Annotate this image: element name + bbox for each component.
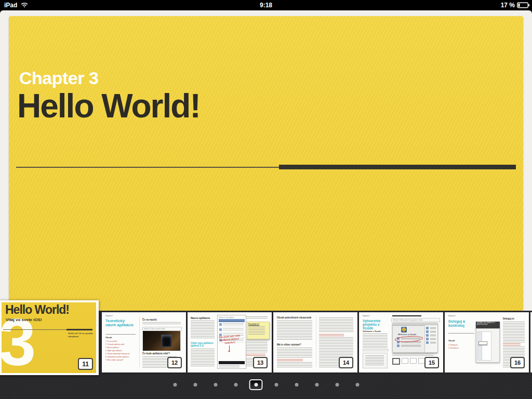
link-skeleton xyxy=(319,334,344,336)
status-right: 17 % xyxy=(501,2,530,9)
page-number-badge: 16 xyxy=(510,357,525,368)
obsah-label: Obsah xyxy=(105,336,112,339)
text-skeleton xyxy=(503,322,525,342)
shot-caption: Galéria 3.1 Typ aplikácií xyxy=(219,316,245,318)
book-reader: Chapter 3 Hello World! Kapitola 3 Teoret… xyxy=(0,10,532,399)
section-heading: Čo bude aplikácia robiť? xyxy=(142,352,170,355)
page-dot[interactable] xyxy=(330,379,344,390)
figure-caption: Obrázok 3.2 Ako vytvoriť nový projekt v … xyxy=(391,318,440,322)
sidebar-row xyxy=(426,330,436,333)
sub-heading: Začíname s Xcode xyxy=(363,330,381,332)
page-number-badge: 11 xyxy=(78,358,93,370)
screenshot-row xyxy=(219,327,245,332)
page-dot[interactable] xyxy=(290,379,303,390)
page-dot[interactable] xyxy=(310,379,324,390)
screenshot-row xyxy=(219,322,245,327)
text-skeleton xyxy=(248,326,265,335)
sidebar-row xyxy=(426,334,436,337)
text-skeleton xyxy=(277,348,312,358)
thumbnail-page-13[interactable]: Názov aplikácie Výber typu aplikácie (ga… xyxy=(188,312,272,373)
sub-heading: Výber typu aplikácie (galéria 3.1) xyxy=(191,342,214,347)
page-dot[interactable] xyxy=(270,379,283,390)
pager-dots xyxy=(168,379,364,390)
toc-item: 7. Má to vôbec význam? xyxy=(105,358,137,362)
section-heading: Obsah jednotlivých obrazoviek xyxy=(277,316,311,319)
link-skeleton xyxy=(277,359,303,361)
text-skeleton xyxy=(277,321,312,340)
ipad-screen: iPad 9:18 17 % Chapter 3 Hello World! xyxy=(0,0,532,399)
preview-subtitle: Vitaj vo svete iOS! xyxy=(6,317,42,322)
text-skeleton xyxy=(246,339,268,353)
text-skeleton xyxy=(191,321,215,339)
mini-figure xyxy=(363,353,388,368)
chapter-title: Hello World! xyxy=(17,87,200,125)
battery-percent: 17 % xyxy=(501,2,515,9)
welcome-title: Welcome to Xcode xyxy=(398,333,417,336)
section-heading: Názov aplikácie xyxy=(191,316,210,320)
thumbnail-page-16[interactable]: Kapitola 3 Deleguj a kontroluj Obsah 1. … xyxy=(445,312,529,373)
page-number-badge: 13 xyxy=(253,357,268,368)
section-heading: Deleguj to xyxy=(503,317,514,320)
current-page-inner: 3 Hello World! Vitaj vo svete iOS! Tešíš… xyxy=(2,302,96,373)
preview-title: Hello World! xyxy=(5,303,69,317)
text-skeleton xyxy=(142,322,181,325)
note-title: Poznámka 3.1 xyxy=(248,323,268,325)
page-dot[interactable] xyxy=(351,379,364,390)
text-skeleton xyxy=(277,362,312,367)
kapitola-label: Kapitola 3 xyxy=(448,315,455,317)
mini-caption xyxy=(363,349,389,351)
text-skeleton xyxy=(219,365,240,367)
figure-caption-line: Aplikačný delegát xyxy=(477,324,499,325)
sidebar-row xyxy=(426,338,436,340)
sidebar-row xyxy=(426,341,436,344)
annotation-arrow xyxy=(229,345,230,352)
thumb-heading: Deleguj a kontroluj xyxy=(448,320,480,327)
thumbnail-page-14[interactable]: Obsah jednotlivých obrazoviek Má to vôbe… xyxy=(273,312,357,373)
sidebar-row xyxy=(426,327,436,329)
kapitola-label: Kapitola 3 xyxy=(105,315,112,317)
toc-list: 1. Deleguj to 2. Kontroluj to xyxy=(448,343,474,350)
text-skeleton xyxy=(191,349,215,367)
text-skeleton xyxy=(392,354,434,356)
window-pane xyxy=(482,331,492,361)
handwritten-annotation: Toto bude mať naša aplikácia (štýlové ču… xyxy=(218,334,241,345)
screenshot-tabbar xyxy=(219,361,245,364)
thumbnail-page-15[interactable]: Kapitola 3 Vytvorenie projektu v Xcode Z… xyxy=(359,312,443,373)
preview-note-line: Tešíš sa? Je to vysoko xyxy=(68,332,93,335)
text-skeleton xyxy=(363,334,388,348)
page-number-badge: 12 xyxy=(167,357,182,368)
iphone-photo xyxy=(142,330,181,351)
page-number-badge: 15 xyxy=(424,357,439,368)
page-dot[interactable] xyxy=(229,379,243,390)
section-rule xyxy=(392,315,421,316)
toc-list: 1. Čo sa naučíš 2. Čo bude aplikácia rob… xyxy=(105,340,137,362)
status-bar: iPad 9:18 17 % xyxy=(0,0,532,10)
thumbnail-page-12[interactable]: Kapitola 3 Teoretický návrh aplikácie Ob… xyxy=(102,312,186,373)
page-dot[interactable] xyxy=(249,379,263,390)
page-dot[interactable] xyxy=(189,379,202,390)
page-dot[interactable] xyxy=(168,379,182,390)
xcode-icon xyxy=(401,327,407,332)
thumb-heading: Teoretický návrh aplikácie xyxy=(105,319,136,327)
sticky-note: Poznámka 3.1 xyxy=(247,322,270,339)
page-dot[interactable] xyxy=(209,379,222,390)
xcode-window-small xyxy=(476,328,500,363)
link-skeleton xyxy=(503,343,521,345)
thumb-heading: Vytvorenie projektu v Xcode xyxy=(363,319,389,330)
chapter-label: Chapter 3 xyxy=(19,68,98,88)
app-screenshot: Galéria 3.1 Typ aplikácií Toto bude mať … xyxy=(217,315,246,369)
current-page-preview[interactable]: 3 Hello World! Vitaj vo svete iOS! Tešíš… xyxy=(0,300,99,375)
obsah-label: Obsah xyxy=(448,339,455,342)
page-number-badge: 14 xyxy=(339,357,353,368)
column-divider xyxy=(316,316,316,367)
divider xyxy=(448,333,474,334)
preview-note: Tešíš sa? Je to vysoko návykové. xyxy=(68,332,93,338)
section-heading: Čo sa naučíš xyxy=(142,318,157,321)
interactive-figure: INTERACTIVE OBRÁZOK 3.1 Aplikačný delegá… xyxy=(476,322,500,363)
window-row xyxy=(397,344,421,347)
chapter-opener-page[interactable]: Chapter 3 Hello World! xyxy=(9,16,523,311)
text-skeleton xyxy=(365,355,384,366)
text-skeleton xyxy=(246,316,268,320)
preview-note-line: návykové. xyxy=(68,335,93,338)
kapitola-label: Kapitola 3 xyxy=(363,315,369,317)
